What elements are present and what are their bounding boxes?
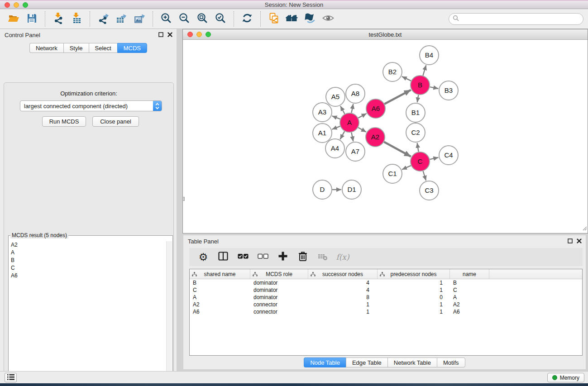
column-header-shared-name[interactable]: shared name bbox=[190, 269, 250, 279]
table-row[interactable]: A2connector11A2 bbox=[190, 301, 582, 308]
show-graphics-details-button[interactable] bbox=[319, 11, 337, 27]
tab-select[interactable]: Select bbox=[89, 43, 117, 53]
first-neighbors-button[interactable] bbox=[283, 11, 301, 27]
result-item[interactable]: C bbox=[11, 264, 166, 272]
tab-edge-table[interactable]: Edge Table bbox=[346, 357, 387, 367]
network-window-titlebar[interactable]: testGlobe.txt bbox=[183, 29, 588, 40]
save-session-button[interactable] bbox=[23, 11, 41, 27]
search-field[interactable] bbox=[449, 13, 583, 25]
edge-C-C2[interactable] bbox=[417, 143, 419, 152]
edge-A-A1[interactable] bbox=[332, 126, 340, 129]
close-panel-button[interactable]: Close panel bbox=[92, 116, 139, 127]
node-B2[interactable]: B2 bbox=[383, 62, 402, 81]
window-titlebar[interactable]: Session: New Session bbox=[0, 0, 588, 9]
tab-mcds[interactable]: MCDS bbox=[117, 43, 147, 53]
tab-style[interactable]: Style bbox=[63, 43, 89, 53]
network-canvas[interactable]: B4B2BB3A8A5A6A3B1AC2A1A2A4A7C4CC1C3DD1 bbox=[183, 40, 588, 233]
node-A5[interactable]: A5 bbox=[326, 87, 345, 106]
table-cell[interactable]: B bbox=[190, 279, 250, 286]
zoom-fit-button[interactable] bbox=[193, 11, 211, 27]
node-B1[interactable]: B1 bbox=[406, 103, 425, 122]
table-cell[interactable]: connector bbox=[250, 301, 308, 308]
edge-A-A3[interactable] bbox=[332, 116, 340, 119]
table-cell[interactable]: dominator bbox=[250, 286, 308, 294]
new-network-from-selection-button[interactable] bbox=[265, 11, 283, 27]
node-C4[interactable]: C4 bbox=[439, 146, 458, 165]
node-A[interactable]: A bbox=[340, 113, 359, 132]
node-A2[interactable]: A2 bbox=[366, 128, 385, 147]
run-mcds-button[interactable]: Run MCDS bbox=[42, 116, 86, 127]
table-cell[interactable]: A6 bbox=[450, 308, 489, 315]
node-C[interactable]: C bbox=[411, 152, 430, 171]
float-panel-icon[interactable] bbox=[158, 31, 163, 39]
node-A4[interactable]: A4 bbox=[325, 139, 344, 158]
node-A8[interactable]: A8 bbox=[346, 84, 365, 103]
criterion-dropdown[interactable]: largest connected component (directed) bbox=[20, 100, 162, 111]
node-B[interactable]: B bbox=[411, 76, 430, 95]
table-cell[interactable]: A2 bbox=[450, 301, 489, 308]
column-header-mcds-role[interactable]: MCDS role bbox=[250, 269, 308, 279]
result-item[interactable]: A2 bbox=[11, 241, 166, 249]
table-cell[interactable]: 8 bbox=[308, 294, 378, 301]
table-cell[interactable]: 1 bbox=[308, 301, 378, 308]
node-D1[interactable]: D1 bbox=[342, 180, 361, 199]
resize-grip-icon[interactable] bbox=[582, 224, 587, 233]
table-cell[interactable]: 1 bbox=[378, 308, 450, 315]
zoom-window-button[interactable] bbox=[23, 2, 28, 8]
node-B3[interactable]: B3 bbox=[439, 81, 458, 100]
node-C3[interactable]: C3 bbox=[420, 181, 439, 200]
table-cell[interactable]: A bbox=[190, 294, 250, 301]
edge-C-C1[interactable] bbox=[402, 166, 411, 170]
close-panel-icon[interactable] bbox=[577, 237, 582, 245]
delete-column-button[interactable] bbox=[296, 251, 309, 263]
node-C1[interactable]: C1 bbox=[383, 164, 402, 183]
table-cell[interactable]: 4 bbox=[308, 286, 378, 294]
column-header-predecessor-nodes[interactable]: predecessor nodes bbox=[378, 269, 450, 279]
table-cell[interactable]: dominator bbox=[250, 294, 308, 301]
column-header-name[interactable]: name bbox=[450, 269, 489, 279]
tab-network-table[interactable]: Network Table bbox=[387, 357, 437, 367]
table-cell[interactable]: C bbox=[190, 286, 250, 294]
hide-selected-button[interactable] bbox=[301, 11, 319, 27]
table-cell[interactable]: C bbox=[450, 286, 489, 294]
edge-C-C3[interactable] bbox=[423, 171, 426, 181]
zoom-out-button[interactable] bbox=[175, 11, 193, 27]
function-builder-button[interactable]: f(x) bbox=[336, 251, 349, 263]
table-cell[interactable]: B bbox=[450, 279, 489, 286]
edge-A6-B[interactable] bbox=[384, 90, 411, 104]
network-zoom-button[interactable] bbox=[206, 32, 211, 37]
table-cell[interactable]: A bbox=[450, 294, 489, 301]
export-network-button[interactable] bbox=[94, 11, 112, 27]
close-panel-icon[interactable] bbox=[167, 31, 172, 39]
table-cell[interactable]: 1 bbox=[378, 301, 450, 308]
table-cell[interactable]: connector bbox=[250, 308, 308, 315]
table-row[interactable]: Cdominator41C bbox=[190, 286, 582, 294]
deselect-all-button[interactable] bbox=[257, 251, 269, 263]
search-input[interactable] bbox=[461, 14, 583, 24]
edge-B-B2[interactable] bbox=[402, 76, 411, 81]
edge-A2-C[interactable] bbox=[384, 142, 411, 157]
edge-A-A4[interactable] bbox=[340, 131, 344, 139]
table-cell[interactable]: 0 bbox=[378, 294, 450, 301]
tab-motifs[interactable]: Motifs bbox=[437, 357, 465, 367]
result-scrollbar[interactable] bbox=[166, 241, 172, 386]
edge-A-A5[interactable] bbox=[340, 106, 345, 114]
node-D[interactable]: D bbox=[313, 180, 332, 199]
node-C2[interactable]: C2 bbox=[406, 123, 425, 142]
table-cell[interactable]: dominator bbox=[250, 279, 308, 286]
table-cell[interactable]: A6 bbox=[190, 308, 250, 315]
edge-A-A2[interactable] bbox=[358, 128, 366, 132]
edge-A-A7[interactable] bbox=[351, 133, 353, 142]
edge-B-B4[interactable] bbox=[423, 65, 426, 76]
network-close-button[interactable] bbox=[187, 32, 193, 37]
result-item[interactable]: A6 bbox=[11, 272, 166, 280]
add-column-button[interactable] bbox=[277, 251, 289, 263]
tab-node-table[interactable]: Node Table bbox=[304, 357, 346, 367]
edge-B-B3[interactable] bbox=[430, 87, 439, 89]
apply-layout-button[interactable] bbox=[238, 11, 256, 27]
import-table-button[interactable] bbox=[67, 11, 86, 27]
import-network-button[interactable] bbox=[49, 11, 67, 27]
node-A6[interactable]: A6 bbox=[366, 99, 385, 118]
column-header-successor-nodes[interactable]: successor nodes bbox=[308, 269, 378, 279]
table-cell[interactable]: A2 bbox=[190, 301, 250, 308]
